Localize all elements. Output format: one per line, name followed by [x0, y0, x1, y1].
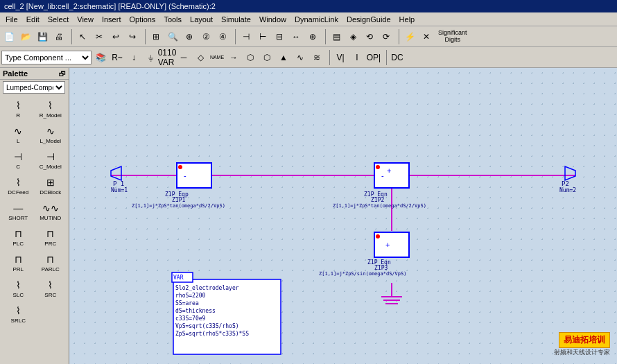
mark-btn[interactable]: ◈: [345, 29, 360, 44]
undo-btn[interactable]: ↩: [108, 29, 123, 44]
palette-item-srlc[interactable]: ⌇SRLC: [3, 302, 34, 326]
stop-btn[interactable]: ✕: [419, 29, 434, 44]
comp3-btn[interactable]: ⬡: [259, 50, 275, 65]
svg-text:+: +: [385, 241, 390, 249]
v-btn[interactable]: V|: [333, 50, 348, 65]
palette-item-c_model[interactable]: ⊣C_Model: [35, 148, 67, 172]
menu-item-simulate[interactable]: Simulate: [217, 15, 255, 24]
menu-item-designguide[interactable]: DesignGuide: [342, 15, 395, 24]
palette-item-prl[interactable]: ⊓PRL: [3, 250, 34, 275]
palette-label-src: SRC: [44, 292, 56, 298]
wave-btn[interactable]: ∿: [293, 50, 308, 65]
num2-btn[interactable]: ②: [198, 29, 214, 44]
palette-item-plc[interactable]: ⊓PLC: [3, 225, 34, 249]
redo-btn[interactable]: ↪: [125, 29, 140, 44]
grid-btn[interactable]: ▤: [329, 29, 344, 44]
palette-item-c[interactable]: ⊣C: [3, 148, 34, 172]
new-btn[interactable]: 📄: [1, 29, 17, 44]
palette-icon-mutind: ∿∿: [40, 201, 62, 215]
svg-point-14: [178, 165, 182, 169]
rot2-btn[interactable]: ⟳: [379, 29, 394, 44]
palette-close-icon[interactable]: 🗗: [59, 70, 66, 78]
palette-dropdown[interactable]: Lumped-Compo: [3, 81, 65, 94]
palette-item-l[interactable]: ∿L: [3, 122, 34, 146]
op-btn[interactable]: OP|: [366, 50, 381, 65]
library-btn[interactable]: 📚: [93, 50, 108, 65]
menu-item-options[interactable]: Options: [125, 15, 159, 24]
arrow-btn[interactable]: →: [226, 50, 241, 65]
cut-btn[interactable]: ✂: [92, 29, 107, 44]
schematic-svg: P 1 Num=1 P2 Num=2 - Z1P_Eqp Z1P1 Z[1,1]…: [69, 68, 617, 364]
menu-item-layout[interactable]: Layout: [186, 15, 217, 24]
term-btn[interactable]: ⊢: [255, 29, 270, 44]
menu-item-help[interactable]: Help: [395, 15, 419, 24]
name-btn[interactable]: NAME: [209, 50, 225, 65]
menu-item-file[interactable]: File: [1, 15, 22, 24]
dc-btn[interactable]: DC: [390, 50, 405, 65]
svg-text:Z[1,1]=j*ZpS/sin(omega*dS/VpS): Z[1,1]=j*ZpS/sin(omega*dS/VpS): [319, 271, 406, 277]
menu-item-select[interactable]: Select: [44, 15, 73, 24]
main-area: Palette 🗗 Lumped-Compo ⌇R⌇R_Model∿L∿L_Mo…: [0, 68, 617, 364]
menu-item-window[interactable]: Window: [255, 15, 290, 24]
component-selector[interactable]: Type Component ...: [1, 51, 92, 64]
title-bar: cell_2 [New_lib:cell_2:schematic] [READ-…: [0, 0, 617, 12]
palette-icon-dcblock: ⊞: [40, 175, 62, 189]
palette-item-dcfeed[interactable]: ⌇DCFeed: [3, 173, 34, 198]
insert-comp-btn[interactable]: ⊞: [148, 29, 164, 44]
svg-text:VpS=sqrt(c33S/rhoS): VpS=sqrt(c33S/rhoS): [175, 323, 239, 329]
menu-item-insert[interactable]: Insert: [98, 15, 125, 24]
save-btn[interactable]: 💾: [35, 29, 50, 44]
resistor-var-btn[interactable]: R~: [110, 50, 125, 65]
palette-label-prc: PRC: [44, 241, 56, 247]
watermark-text: 易迪拓培训: [559, 332, 610, 348]
toolbar2: Type Component ... 📚R~↓⏚0110VAR─◇NAME→⬡⬡…: [0, 47, 617, 68]
sub-btn[interactable]: ⊟: [272, 29, 287, 44]
add-btn[interactable]: ⊕: [182, 29, 197, 44]
rot-btn[interactable]: ⟲: [362, 29, 377, 44]
comp2-btn[interactable]: ⬡: [243, 50, 258, 65]
svg-text:dS=thickness: dS=thickness: [175, 308, 216, 314]
palette-item-dcblock[interactable]: ⊞DCBlock: [35, 173, 67, 198]
canvas-area[interactable]: P 1 Num=1 P2 Num=2 - Z1P_Eqp Z1P1 Z[1,1]…: [69, 68, 617, 364]
palette-item-r[interactable]: ⌇R: [3, 96, 34, 121]
palette-item-r_model[interactable]: ⌇R_Model: [35, 96, 67, 121]
palette-icon-c: ⊣: [7, 150, 29, 164]
palette-item-short[interactable]: —SHORT: [3, 199, 34, 223]
gnd2-btn[interactable]: ⏚: [143, 50, 158, 65]
wire2-btn[interactable]: ─: [176, 50, 191, 65]
palette-header: Palette 🗗: [0, 68, 69, 80]
i-btn[interactable]: I: [349, 50, 365, 65]
var-btn[interactable]: 0110VAR: [159, 50, 175, 65]
palette-item-parlc[interactable]: ⊓PARLC: [35, 250, 67, 275]
svg-text:P2: P2: [562, 180, 569, 187]
num4-btn[interactable]: ④: [215, 29, 230, 44]
print-btn[interactable]: 🖨: [51, 29, 67, 44]
port2-btn[interactable]: ◇: [193, 50, 208, 65]
wire-btn[interactable]: ⊣: [238, 29, 254, 44]
svg-text:Z[1,1]=j*ZpS*tan(omega*dS/2/Vp: Z[1,1]=j*ZpS*tan(omega*dS/2/VpS): [132, 203, 225, 209]
menu-item-view[interactable]: View: [73, 15, 98, 24]
plus-btn[interactable]: ⊕: [305, 29, 320, 44]
sim-btn[interactable]: ⚡: [402, 29, 417, 44]
palette-item-prc[interactable]: ⊓PRC: [35, 225, 67, 249]
palette-label-slc: SLC: [12, 292, 24, 298]
palette-item-l_model[interactable]: ∿L_Model: [35, 122, 67, 146]
palette-item-src[interactable]: ⌇SRC: [35, 276, 67, 300]
palette-item-slc[interactable]: ⌇SLC: [3, 276, 34, 300]
menu-item-tools[interactable]: Tools: [159, 15, 186, 24]
palette-item-mutind[interactable]: ∿∿MUTIND: [35, 199, 67, 223]
lines-btn[interactable]: ≋: [309, 50, 324, 65]
palette-items: ⌇R⌇R_Model∿L∿L_Model⊣C⊣C_Model⌇DCFeed⊞DC…: [0, 95, 69, 327]
tri-btn[interactable]: ▲: [276, 50, 291, 65]
select-btn[interactable]: ↖: [75, 29, 90, 44]
svg-marker-9: [565, 166, 575, 180]
menu-item-edit[interactable]: Edit: [22, 15, 44, 24]
svg-text:Z1P1: Z1P1: [172, 197, 185, 203]
bidir-btn[interactable]: ↔: [288, 29, 304, 44]
watermark: 易迪拓培训 射频和天线设计专家: [554, 332, 610, 357]
menu-item-dynamiclink[interactable]: DynamicLink: [290, 15, 342, 24]
zoom-btn[interactable]: 🔍: [165, 29, 180, 44]
palette-label-r: R: [16, 112, 20, 119]
down-btn[interactable]: ↓: [126, 50, 141, 65]
open-btn[interactable]: 📂: [18, 29, 33, 44]
